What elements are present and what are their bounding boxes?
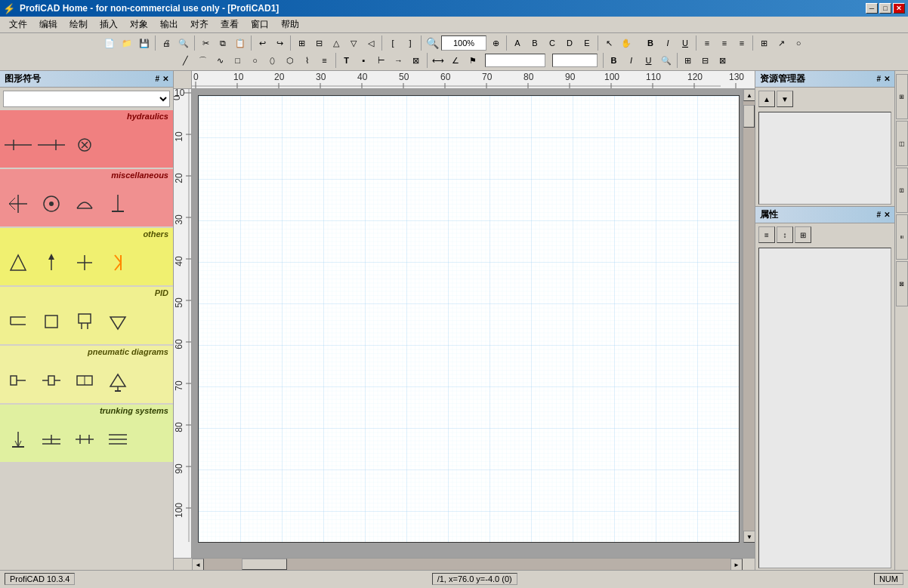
text-tool[interactable]: T	[338, 52, 355, 69]
dim-tool[interactable]: ⟷	[430, 52, 446, 69]
sym-btn4[interactable]: ▽	[345, 35, 362, 51]
zoom-in-btn[interactable]: ⊕	[487, 35, 504, 51]
sym-btn3[interactable]: △	[328, 35, 344, 51]
print-button[interactable]: 🖨	[158, 35, 174, 51]
preview-button[interactable]: 🔍	[175, 35, 192, 51]
sym-pneu-4[interactable]	[103, 365, 133, 396]
sym-other-2[interactable]	[36, 248, 66, 278]
sym-misc-1[interactable]	[3, 189, 33, 219]
tb-btn-a[interactable]: A	[509, 35, 526, 51]
resource-close-icon[interactable]: ✕	[884, 75, 890, 83]
sym-misc-4[interactable]	[103, 189, 133, 219]
copy-button[interactable]: ⧉	[215, 35, 231, 51]
menu-align[interactable]: 对齐	[184, 17, 215, 32]
menu-object[interactable]: 对象	[124, 17, 154, 32]
redo-button[interactable]: ↪	[271, 35, 288, 51]
prop-close-icon[interactable]: ✕	[884, 211, 890, 219]
row2-x3[interactable]: ⊠	[715, 52, 731, 69]
align-right[interactable]: ≡	[734, 35, 750, 51]
poly-tool[interactable]: ⬡	[282, 52, 298, 69]
sym-pneu-2[interactable]	[36, 365, 66, 396]
row2-i[interactable]: I	[623, 52, 640, 69]
bracket-right[interactable]: ]	[402, 35, 418, 51]
open-button[interactable]: 📁	[119, 35, 135, 51]
far-btn-5[interactable]: ⊠	[896, 261, 908, 306]
scroll-track-h[interactable]	[204, 559, 730, 570]
scroll-down-button[interactable]: ▼	[743, 531, 755, 543]
tool-hand[interactable]: ✋	[618, 35, 635, 51]
sym-pid-2[interactable]	[36, 306, 66, 337]
extra1[interactable]: ⊞	[755, 35, 772, 51]
conn-tool[interactable]: ⊢	[373, 52, 390, 69]
bezier-tool[interactable]: ⌇	[299, 52, 316, 69]
text-input-field[interactable]	[485, 54, 545, 67]
bracket-left[interactable]: [	[385, 35, 401, 51]
dash-tool[interactable]: ⊠	[408, 52, 425, 69]
far-btn-3[interactable]: ⊟	[896, 168, 908, 213]
undo-button[interactable]: ↩	[254, 35, 270, 51]
tb-btn-e[interactable]: E	[579, 35, 595, 51]
zoom-out-btn[interactable]: 🔍	[424, 35, 440, 51]
tool-select[interactable]: ↖	[601, 35, 617, 51]
bold-btn[interactable]: B	[642, 35, 659, 51]
scroll-right-button[interactable]: ►	[730, 559, 743, 570]
row2-search[interactable]: 🔍	[658, 52, 675, 69]
sym-trunk-3[interactable]	[69, 424, 100, 454]
arc-tool[interactable]: ⌒	[195, 52, 212, 69]
far-btn-1[interactable]: ⊞	[896, 74, 908, 119]
sym-hyd-1[interactable]	[3, 130, 33, 160]
sym-trunk-2[interactable]	[36, 424, 66, 454]
cut-button[interactable]: ✂	[197, 35, 214, 51]
nav-down-button[interactable]: ▼	[777, 91, 793, 107]
sym-lib-button[interactable]: ⊞	[293, 35, 310, 51]
paste-button[interactable]: 📋	[232, 35, 249, 51]
minimize-button[interactable]: ─	[866, 3, 878, 14]
zoom-input[interactable]: 100%	[441, 35, 486, 51]
sym-pid-4[interactable]	[103, 306, 133, 337]
extra2[interactable]: ↗	[773, 35, 789, 51]
font-size-field[interactable]	[552, 54, 598, 67]
sym-misc-3[interactable]	[69, 189, 100, 219]
sym-hyd-2[interactable]	[36, 130, 66, 160]
circle-tool[interactable]: ○	[247, 52, 264, 69]
nav-up-button[interactable]: ▲	[758, 91, 775, 107]
sym-btn2[interactable]: ⊟	[310, 35, 327, 51]
prop-icon-3[interactable]: ⊞	[795, 226, 811, 243]
fill-tool[interactable]: ▪	[356, 52, 372, 69]
prop-pin-icon[interactable]: #	[876, 211, 881, 219]
prop-icon-2[interactable]: ↕	[777, 226, 793, 243]
menu-help[interactable]: 帮助	[275, 17, 305, 32]
sym-misc-2[interactable]	[36, 189, 66, 219]
sym-pneu-1[interactable]	[3, 365, 33, 396]
curve-tool[interactable]: ∿	[212, 52, 229, 69]
prop-icon-1[interactable]: ≡	[758, 226, 775, 243]
menu-edit[interactable]: 编辑	[33, 17, 63, 32]
scrollbar-horizontal[interactable]: ◄ ►	[192, 558, 743, 570]
bus-tool[interactable]: ≡	[317, 52, 333, 69]
tb-btn-b[interactable]: B	[527, 35, 543, 51]
menu-draw[interactable]: 绘制	[63, 17, 94, 32]
line-tool[interactable]: ╱	[178, 52, 194, 69]
extra3[interactable]: ○	[790, 35, 807, 51]
sym-trunk-4[interactable]	[103, 424, 133, 454]
resource-pin-icon[interactable]: #	[876, 75, 881, 83]
angle-tool[interactable]: ∠	[447, 52, 464, 69]
row2-u[interactable]: U	[641, 52, 657, 69]
menu-output[interactable]: 输出	[154, 17, 184, 32]
drawing-area[interactable]: ▲ ▼	[192, 89, 755, 558]
ellipse-tool[interactable]: ⬯	[264, 52, 281, 69]
save-button[interactable]: 💾	[136, 35, 153, 51]
library-dropdown[interactable]: others	[3, 91, 170, 107]
scrollbar-vertical[interactable]: ▲ ▼	[743, 89, 755, 543]
menu-window[interactable]: 窗口	[245, 17, 275, 32]
scroll-left-button[interactable]: ◄	[192, 559, 204, 570]
menu-insert[interactable]: 插入	[94, 17, 124, 32]
panel-close-icon[interactable]: ✕	[162, 75, 168, 83]
tb-btn-c[interactable]: C	[544, 35, 561, 51]
align-left[interactable]: ≡	[699, 35, 715, 51]
scroll-track-v[interactable]	[743, 101, 755, 531]
far-btn-4[interactable]: ≡	[896, 214, 908, 260]
scroll-thumb-v[interactable]	[743, 105, 755, 128]
sym-other-3[interactable]	[69, 248, 100, 278]
scroll-up-button[interactable]: ▲	[743, 89, 755, 101]
